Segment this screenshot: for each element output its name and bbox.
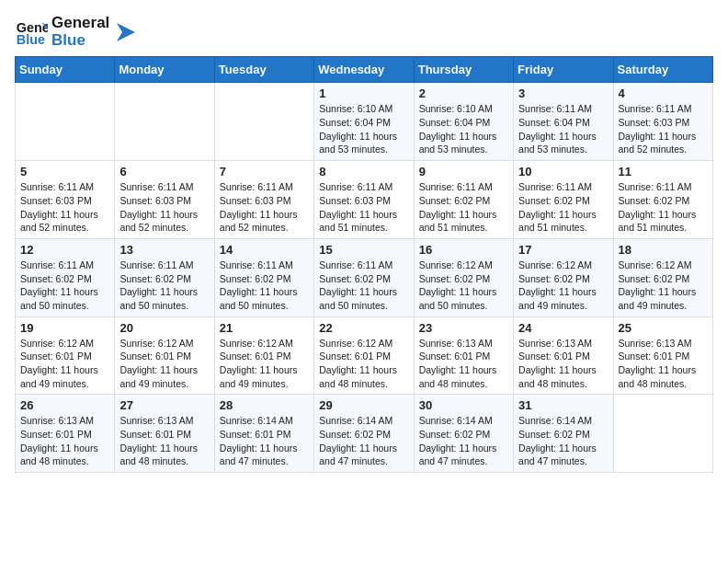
weekday-header-tuesday: Tuesday (214, 57, 313, 83)
weekday-header-wednesday: Wednesday (314, 57, 414, 83)
day-info: Sunrise: 6:11 AM Sunset: 6:02 PM Dayligh… (319, 259, 408, 313)
day-number: 20 (119, 321, 209, 335)
day-info: Sunrise: 6:11 AM Sunset: 6:03 PM Dayligh… (220, 180, 309, 235)
calendar-cell: 23Sunrise: 6:13 AM Sunset: 6:01 PM Dayli… (414, 316, 513, 395)
calendar-week-4: 19Sunrise: 6:12 AM Sunset: 6:01 PM Dayli… (16, 316, 713, 395)
day-info: Sunrise: 6:13 AM Sunset: 6:01 PM Dayligh… (619, 337, 708, 391)
calendar-cell: 28Sunrise: 6:14 AM Sunset: 6:01 PM Dayli… (214, 395, 313, 473)
day-number: 4 (619, 86, 708, 100)
day-info: Sunrise: 6:13 AM Sunset: 6:01 PM Dayligh… (518, 337, 608, 391)
day-number: 10 (518, 165, 608, 178)
day-number: 7 (220, 165, 309, 178)
day-number: 2 (419, 86, 508, 100)
calendar-cell: 21Sunrise: 6:12 AM Sunset: 6:01 PM Dayli… (214, 316, 313, 395)
day-info: Sunrise: 6:11 AM Sunset: 6:02 PM Dayligh… (419, 180, 508, 235)
calendar-cell: 4Sunrise: 6:11 AM Sunset: 6:03 PM Daylig… (613, 83, 712, 161)
day-number: 12 (20, 243, 109, 257)
calendar-cell: 5Sunrise: 6:11 AM Sunset: 6:03 PM Daylig… (16, 161, 115, 239)
day-info: Sunrise: 6:11 AM Sunset: 6:04 PM Dayligh… (518, 102, 608, 156)
calendar-table: SundayMondayTuesdayWednesdayThursdayFrid… (15, 56, 713, 473)
day-info: Sunrise: 6:11 AM Sunset: 6:03 PM Dayligh… (119, 180, 209, 235)
day-number: 19 (20, 321, 109, 335)
day-info: Sunrise: 6:14 AM Sunset: 6:02 PM Dayligh… (419, 414, 508, 468)
weekday-header-monday: Monday (115, 57, 214, 83)
calendar-cell: 16Sunrise: 6:12 AM Sunset: 6:02 PM Dayli… (414, 238, 513, 316)
day-number: 16 (419, 243, 508, 257)
day-info: Sunrise: 6:13 AM Sunset: 6:01 PM Dayligh… (119, 414, 209, 468)
day-number: 28 (220, 398, 309, 412)
day-number: 17 (518, 243, 608, 257)
day-number: 25 (619, 321, 708, 335)
calendar-cell: 25Sunrise: 6:13 AM Sunset: 6:01 PM Dayli… (613, 316, 712, 395)
day-number: 6 (119, 165, 209, 178)
calendar-cell: 26Sunrise: 6:13 AM Sunset: 6:01 PM Dayli… (16, 395, 115, 473)
calendar-cell: 11Sunrise: 6:11 AM Sunset: 6:02 PM Dayli… (613, 161, 712, 239)
logo: General Blue General Blue (15, 15, 139, 49)
calendar-cell: 10Sunrise: 6:11 AM Sunset: 6:02 PM Dayli… (514, 161, 613, 239)
calendar-cell: 20Sunrise: 6:12 AM Sunset: 6:01 PM Dayli… (115, 316, 214, 395)
calendar-cell: 29Sunrise: 6:14 AM Sunset: 6:02 PM Dayli… (314, 395, 414, 473)
weekday-header-thursday: Thursday (414, 57, 513, 83)
day-info: Sunrise: 6:12 AM Sunset: 6:01 PM Dayligh… (319, 337, 408, 391)
weekday-header-friday: Friday (514, 57, 613, 83)
calendar-week-1: 1Sunrise: 6:10 AM Sunset: 6:04 PM Daylig… (16, 83, 713, 161)
day-number: 15 (319, 243, 408, 257)
day-info: Sunrise: 6:10 AM Sunset: 6:04 PM Dayligh… (419, 102, 508, 156)
day-info: Sunrise: 6:14 AM Sunset: 6:01 PM Dayligh… (220, 414, 309, 468)
calendar-cell: 30Sunrise: 6:14 AM Sunset: 6:02 PM Dayli… (414, 395, 513, 473)
day-number: 1 (319, 86, 408, 100)
day-info: Sunrise: 6:14 AM Sunset: 6:02 PM Dayligh… (319, 414, 408, 468)
calendar-cell: 3Sunrise: 6:11 AM Sunset: 6:04 PM Daylig… (514, 83, 613, 161)
logo-blue: Blue (51, 32, 109, 50)
day-number: 30 (419, 398, 508, 412)
day-number: 9 (419, 165, 508, 178)
day-number: 11 (619, 165, 708, 178)
day-info: Sunrise: 6:13 AM Sunset: 6:01 PM Dayligh… (419, 337, 508, 391)
calendar-week-2: 5Sunrise: 6:11 AM Sunset: 6:03 PM Daylig… (16, 161, 713, 239)
day-info: Sunrise: 6:11 AM Sunset: 6:02 PM Dayligh… (119, 259, 209, 313)
calendar-cell: 15Sunrise: 6:11 AM Sunset: 6:02 PM Dayli… (314, 238, 414, 316)
calendar-cell: 12Sunrise: 6:11 AM Sunset: 6:02 PM Dayli… (16, 238, 115, 316)
day-info: Sunrise: 6:11 AM Sunset: 6:02 PM Dayligh… (619, 180, 708, 235)
calendar-cell (613, 395, 712, 473)
calendar-cell: 13Sunrise: 6:11 AM Sunset: 6:02 PM Dayli… (115, 238, 214, 316)
day-info: Sunrise: 6:12 AM Sunset: 6:01 PM Dayligh… (220, 337, 309, 391)
day-info: Sunrise: 6:11 AM Sunset: 6:03 PM Dayligh… (319, 180, 408, 235)
day-info: Sunrise: 6:11 AM Sunset: 6:02 PM Dayligh… (518, 180, 608, 235)
day-number: 26 (20, 398, 109, 412)
calendar-cell: 14Sunrise: 6:11 AM Sunset: 6:02 PM Dayli… (214, 238, 313, 316)
day-number: 5 (20, 165, 109, 178)
day-number: 13 (119, 243, 209, 257)
calendar-cell: 22Sunrise: 6:12 AM Sunset: 6:01 PM Dayli… (314, 316, 414, 395)
calendar-cell: 31Sunrise: 6:14 AM Sunset: 6:02 PM Dayli… (514, 395, 613, 473)
calendar-cell: 8Sunrise: 6:11 AM Sunset: 6:03 PM Daylig… (314, 161, 414, 239)
day-number: 3 (518, 86, 608, 100)
day-number: 29 (319, 398, 408, 412)
day-info: Sunrise: 6:11 AM Sunset: 6:02 PM Dayligh… (220, 259, 309, 313)
page-header: General Blue General Blue (15, 15, 713, 49)
day-number: 24 (518, 321, 608, 335)
calendar-cell: 1Sunrise: 6:10 AM Sunset: 6:04 PM Daylig… (314, 83, 414, 161)
day-number: 31 (518, 398, 608, 412)
calendar-cell: 19Sunrise: 6:12 AM Sunset: 6:01 PM Dayli… (16, 316, 115, 395)
day-info: Sunrise: 6:12 AM Sunset: 6:02 PM Dayligh… (619, 259, 708, 313)
calendar-week-5: 26Sunrise: 6:13 AM Sunset: 6:01 PM Dayli… (16, 395, 713, 473)
svg-text:Blue: Blue (17, 31, 45, 46)
calendar-cell: 9Sunrise: 6:11 AM Sunset: 6:02 PM Daylig… (414, 161, 513, 239)
calendar-week-3: 12Sunrise: 6:11 AM Sunset: 6:02 PM Dayli… (16, 238, 713, 316)
calendar-cell: 17Sunrise: 6:12 AM Sunset: 6:02 PM Dayli… (514, 238, 613, 316)
calendar-cell: 24Sunrise: 6:13 AM Sunset: 6:01 PM Dayli… (514, 316, 613, 395)
day-info: Sunrise: 6:11 AM Sunset: 6:03 PM Dayligh… (619, 102, 708, 156)
logo-general: General (51, 15, 109, 32)
day-info: Sunrise: 6:13 AM Sunset: 6:01 PM Dayligh… (20, 414, 109, 468)
calendar-cell: 18Sunrise: 6:12 AM Sunset: 6:02 PM Dayli… (613, 238, 712, 316)
day-number: 21 (220, 321, 309, 335)
logo-icon: General Blue (15, 16, 48, 49)
day-number: 22 (319, 321, 408, 335)
svg-marker-4 (117, 23, 135, 41)
day-info: Sunrise: 6:12 AM Sunset: 6:02 PM Dayligh… (518, 259, 608, 313)
calendar-cell: 2Sunrise: 6:10 AM Sunset: 6:04 PM Daylig… (414, 83, 513, 161)
weekday-header-row: SundayMondayTuesdayWednesdayThursdayFrid… (16, 57, 713, 83)
day-info: Sunrise: 6:12 AM Sunset: 6:01 PM Dayligh… (119, 337, 209, 391)
day-number: 18 (619, 243, 708, 257)
